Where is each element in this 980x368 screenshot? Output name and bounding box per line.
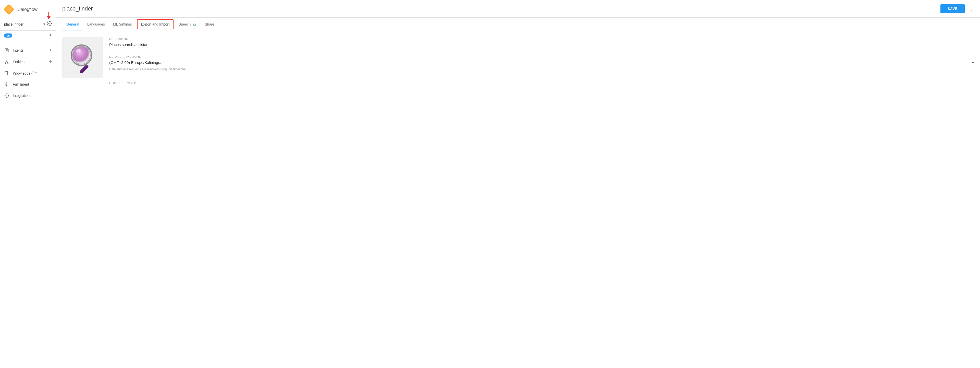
main-content: place_finder SAVE ⋮ General Languages ML… [56,0,980,368]
agent-info-panel: DESCRIPTION Places search assistant DEFA… [109,37,974,85]
agent-name: place_finder [4,22,41,26]
tab-export-import[interactable]: Export and Import [137,19,173,29]
page-title: place_finder [62,5,936,12]
svg-line-13 [5,62,6,63]
magnifying-glass-illustration [67,41,98,74]
knowledge-icon [4,70,9,76]
google-project-section: GOOGLE PROJECT [109,80,974,85]
tab-speech[interactable]: Speech 🔬 [175,19,200,30]
speech-lab-icon: 🔬 [192,22,197,26]
fulfillment-icon [4,82,9,87]
description-value: Places search assistant [109,42,974,47]
save-button[interactable]: SAVE [940,4,965,13]
svg-point-2 [49,23,50,24]
sidebar-item-integrations[interactable]: Integrations [0,90,56,101]
description-section: DESCRIPTION Places search assistant [109,37,974,51]
svg-point-20 [6,95,7,96]
svg-marker-4 [47,16,51,19]
add-language-button[interactable]: + [49,33,52,38]
dialogflow-logo-icon [4,5,14,14]
tabs-bar: General Languages ML Settings Export and… [56,18,980,31]
more-options-icon[interactable]: ⋮ [969,6,974,12]
sidebar-nav: Intents + Entities + [0,42,56,101]
sidebar: Dialogflow place_finder ▾ en + [0,0,56,368]
timezone-value: (GMT+2:00) Europe/Kaliningrad [109,60,970,65]
integrations-label: Integrations [13,94,52,98]
timezone-dropdown-icon: ▾ [972,61,974,65]
settings-icon[interactable] [47,21,52,27]
timezone-section: DEFAULT TIME ZONE (GMT+2:00) Europe/Kali… [109,55,974,75]
entities-label: Entities [13,60,45,64]
sidebar-item-knowledge[interactable]: Knowledge[beta] [0,67,56,79]
tab-languages[interactable]: Languages [83,19,109,30]
language-badge[interactable]: en [4,34,12,38]
svg-point-9 [6,60,7,61]
svg-marker-19 [5,83,8,86]
red-arrow-indicator [46,12,52,20]
knowledge-label: Knowledge[beta] [13,71,52,75]
google-project-label: GOOGLE PROJECT [109,82,974,85]
sidebar-divider [0,41,56,42]
svg-line-14 [6,62,8,63]
intents-icon [4,48,9,53]
page-content: DESCRIPTION Places search assistant DEFA… [56,31,980,368]
app-name: Dialogflow [16,7,38,12]
integrations-icon [4,93,9,98]
timezone-selector[interactable]: (GMT+2:00) Europe/Kaliningrad ▾ [109,60,974,66]
agent-section: DESCRIPTION Places search assistant DEFA… [62,37,974,85]
tab-share[interactable]: Share [200,19,218,30]
svg-rect-15 [5,71,8,75]
timezone-label: DEFAULT TIME ZONE [109,55,974,58]
add-entity-button[interactable]: + [49,59,52,64]
intents-label: Intents [13,48,45,53]
tab-ml-settings[interactable]: ML Settings [109,19,136,30]
svg-point-23 [73,46,90,64]
sidebar-item-fulfillment[interactable]: Fulfillment [0,79,56,90]
add-intent-button[interactable]: + [49,48,52,53]
agent-image[interactable] [62,37,103,78]
svg-point-10 [5,62,6,63]
agent-dropdown-icon[interactable]: ▾ [43,22,45,27]
timezone-hint: Date and time requests are resolved usin… [109,67,974,71]
beta-badge: [beta] [31,71,37,74]
svg-rect-26 [80,65,88,74]
entities-icon [4,59,9,64]
sidebar-item-entities[interactable]: Entities + [0,56,56,67]
agent-selector-row: place_finder ▾ [0,19,56,30]
language-row: en + [0,30,56,40]
page-header: place_finder SAVE ⋮ [56,0,980,18]
sidebar-item-intents[interactable]: Intents + [0,45,56,56]
description-label: DESCRIPTION [109,37,974,40]
tab-general[interactable]: General [62,19,83,30]
fulfillment-label: Fulfillment [13,82,52,86]
svg-point-11 [8,62,8,63]
svg-rect-1 [5,5,13,14]
